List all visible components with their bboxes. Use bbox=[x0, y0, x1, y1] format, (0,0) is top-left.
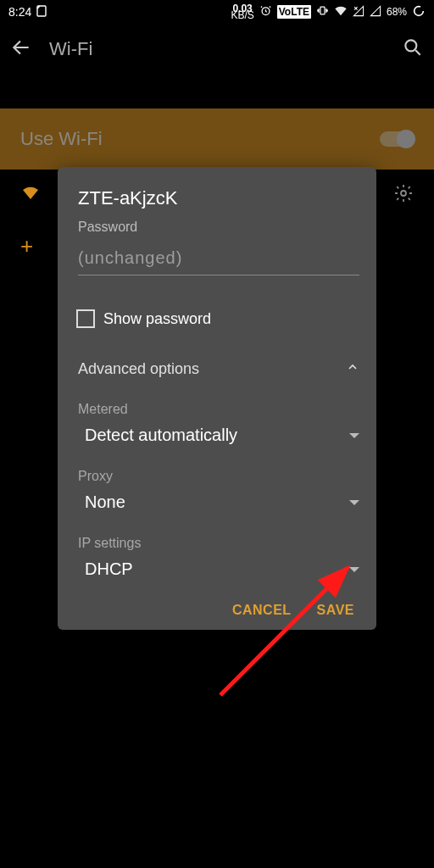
chevron-up-icon bbox=[346, 360, 359, 378]
proxy-select[interactable]: Proxy None bbox=[78, 469, 359, 512]
password-input[interactable] bbox=[78, 245, 359, 275]
sim-icon bbox=[36, 5, 47, 19]
use-wifi-toggle[interactable] bbox=[380, 131, 414, 147]
svg-point-4 bbox=[405, 40, 416, 51]
advanced-options-label: Advanced options bbox=[78, 360, 199, 378]
page-title: Wi-Fi bbox=[49, 38, 385, 60]
show-password-row[interactable]: Show password bbox=[76, 309, 359, 328]
metered-value: Detect automatically bbox=[85, 426, 237, 445]
svg-point-5 bbox=[401, 191, 406, 196]
wifi-icon bbox=[334, 5, 348, 19]
plus-icon[interactable]: + bbox=[20, 233, 33, 259]
volte-badge: VoLTE bbox=[277, 5, 311, 19]
ip-settings-value: DHCP bbox=[85, 559, 133, 579]
status-bar: 8:24 0.03 KB/S VoLTE 68% bbox=[0, 0, 434, 24]
signal-icon bbox=[370, 5, 381, 19]
proxy-label: Proxy bbox=[78, 469, 359, 484]
dropdown-icon bbox=[349, 567, 359, 572]
vibrate-icon bbox=[316, 4, 329, 19]
svg-rect-2 bbox=[320, 7, 325, 14]
wifi-edit-dialog: ZTE-aKjzcK Password Show password Advanc… bbox=[58, 167, 376, 630]
dropdown-icon bbox=[349, 500, 359, 505]
password-label: Password bbox=[78, 220, 359, 235]
battery-text: 68% bbox=[387, 6, 407, 18]
use-wifi-row: Use Wi-Fi bbox=[0, 108, 434, 170]
loading-circle-icon bbox=[412, 4, 426, 20]
ip-settings-select[interactable]: IP settings DHCP bbox=[78, 536, 359, 579]
back-icon[interactable] bbox=[10, 36, 32, 62]
signal-x-icon bbox=[353, 5, 364, 19]
proxy-value: None bbox=[85, 492, 125, 512]
dialog-ssid: ZTE-aKjzcK bbox=[78, 187, 359, 209]
alarm-icon bbox=[259, 4, 272, 19]
show-password-label: Show password bbox=[103, 310, 211, 328]
metered-label: Metered bbox=[78, 402, 359, 417]
save-button[interactable]: SAVE bbox=[317, 603, 354, 618]
show-password-checkbox[interactable] bbox=[76, 309, 95, 328]
use-wifi-label: Use Wi-Fi bbox=[20, 128, 380, 150]
data-rate: 0.03 KB/S bbox=[231, 5, 253, 19]
app-header: Wi-Fi bbox=[0, 24, 434, 75]
search-icon[interactable] bbox=[402, 36, 424, 62]
wifi-network-icon bbox=[20, 184, 41, 206]
svg-point-3 bbox=[415, 6, 424, 15]
cancel-button[interactable]: CANCEL bbox=[232, 603, 292, 618]
ip-settings-label: IP settings bbox=[78, 536, 359, 551]
metered-select[interactable]: Metered Detect automatically bbox=[78, 402, 359, 445]
status-time: 8:24 bbox=[8, 5, 31, 19]
gear-icon[interactable] bbox=[393, 183, 414, 207]
dropdown-icon bbox=[349, 433, 359, 438]
advanced-options-toggle[interactable]: Advanced options bbox=[78, 360, 359, 378]
